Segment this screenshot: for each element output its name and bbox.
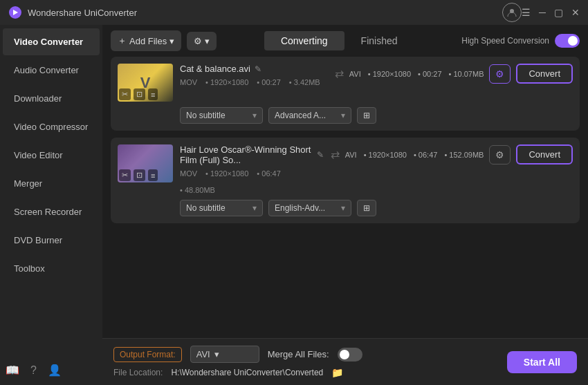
- tab-converting[interactable]: Converting: [264, 31, 344, 50]
- file-2-out-duration: 06:47: [414, 151, 437, 159]
- tab-finished[interactable]: Finished: [344, 31, 414, 50]
- file-2-advanced-label: English-Adv...: [275, 203, 325, 213]
- content-area: ＋ Add Files ▾ ⚙ ▾ Converting Finished Hi…: [102, 25, 588, 385]
- file-1-advanced-select[interactable]: Advanced A... ▾: [268, 107, 351, 124]
- bottom-two-rows: Output Format: AVI ▾ Merge All Files: Fi…: [113, 346, 496, 378]
- sidebar-item-video-converter[interactable]: Video Converter: [3, 28, 100, 55]
- sidebar-item-dvd-burner[interactable]: DVD Burner: [3, 227, 100, 254]
- file-2-output-meta: AVI 1920×1080 06:47 152.09MB: [345, 151, 484, 159]
- file-1-resolution: 1920×1080: [205, 78, 248, 86]
- thumb-2-actions: ✂ ⊡ ≡: [119, 169, 158, 181]
- file-2-subtitle-select[interactable]: No subtitle ▾: [180, 200, 263, 216]
- settings-dropdown-arrow: ▾: [205, 36, 210, 46]
- file-2-bottom: No subtitle ▾ English-Adv... ▾ ⊞: [118, 200, 573, 216]
- sidebar-bottom: 📖 ? 👤: [0, 355, 102, 385]
- file-2-name: Hair Love Oscar®-Winning Short Film (Ful…: [180, 144, 313, 165]
- file-1-subtitle-select[interactable]: No subtitle ▾: [180, 107, 263, 124]
- file-2-name-row: Hair Love Oscar®-Winning Short Film (Ful…: [180, 144, 324, 165]
- file-2-meta: MOV 1920×1080 06:47 48.80MB: [180, 169, 324, 194]
- thumb-2-cut-btn[interactable]: ✂: [119, 169, 131, 181]
- merge-toggle[interactable]: [338, 348, 362, 361]
- thumb-2-crop-btn[interactable]: ⊡: [134, 169, 145, 181]
- file-2-duration: 06:47: [257, 169, 280, 178]
- sidebar-item-downloader[interactable]: Downloader: [3, 85, 100, 112]
- file-1-name-row: Cat & balance.avi ✎: [180, 64, 328, 74]
- file-card-2: ✂ ⊡ ≡ Hair Love Oscar®-Winning Short Fil…: [111, 138, 580, 223]
- file-1-out-format: AVI: [349, 70, 361, 78]
- file-2-gear-button[interactable]: ⚙: [489, 145, 511, 165]
- settings-button[interactable]: ⚙ ▾: [187, 32, 217, 50]
- file-2-subtitle-arrow: ▾: [252, 203, 257, 213]
- file-2-resolution: 1920×1080: [205, 169, 248, 178]
- speed-toggle-switch[interactable]: [555, 34, 580, 48]
- file-1-out-duration: 00:27: [418, 70, 441, 78]
- speed-toggle-area: High Speed Conversion: [461, 34, 580, 48]
- file-1-convert-section: ⇄ AVI 1920×1080 00:27 10.07MB ⚙ Convert: [335, 64, 573, 84]
- file-1-gear-button[interactable]: ⚙: [489, 64, 511, 84]
- file-1-arrow-icon: ⇄: [335, 67, 344, 80]
- folder-icon[interactable]: 📁: [331, 367, 343, 378]
- main-layout: Video Converter Audio Converter Download…: [0, 25, 588, 385]
- sidebar-item-video-editor[interactable]: Video Editor: [3, 142, 100, 169]
- file-2-advanced-arrow: ▾: [341, 203, 345, 213]
- file-card-2-top: ✂ ⊡ ≡ Hair Love Oscar®-Winning Short Fil…: [118, 144, 573, 194]
- file-2-thumbnail: ✂ ⊡ ≡: [118, 144, 173, 182]
- file-2-subtitle-label: No subtitle: [186, 203, 226, 213]
- thumb-cut-btn[interactable]: ✂: [119, 88, 131, 100]
- bottom-row1: Output Format: AVI ▾ Merge All Files:: [113, 346, 496, 363]
- format-select[interactable]: AVI ▾: [190, 346, 259, 363]
- sidebar-item-toolbox[interactable]: Toolbox: [3, 255, 100, 282]
- close-icon[interactable]: ✕: [571, 7, 580, 18]
- tabs-area: Converting Finished: [222, 31, 456, 50]
- file-2-out-resolution: 1920×1080: [364, 151, 407, 159]
- user-icon[interactable]: 👤: [48, 364, 62, 377]
- file-2-edit-icon[interactable]: ✎: [317, 150, 324, 160]
- file-1-out-size: 10.07MB: [449, 70, 484, 78]
- file-2-arrow-icon: ⇄: [331, 148, 340, 161]
- file-2-advanced-select[interactable]: English-Adv... ▾: [268, 200, 351, 216]
- window-controls[interactable]: ☰ ─ ▢ ✕: [522, 7, 580, 18]
- title-bar: Wondershare UniConverter ☰ ─ ▢ ✕: [0, 0, 588, 25]
- question-icon[interactable]: ?: [30, 364, 37, 377]
- profile-icon[interactable]: [502, 3, 522, 22]
- sidebar-item-screen-recorder[interactable]: Screen Recorder: [3, 198, 100, 225]
- sidebar-item-audio-converter[interactable]: Audio Converter: [3, 57, 100, 84]
- format-value: AVI: [196, 349, 210, 359]
- thumb-crop-btn[interactable]: ⊡: [134, 88, 145, 100]
- file-card-1-top: V ✂ ⊡ ≡ Cat & balance.avi ✎: [118, 64, 573, 102]
- file-list: V ✂ ⊡ ≡ Cat & balance.avi ✎: [102, 57, 588, 338]
- bottom-bar: Output Format: AVI ▾ Merge All Files: Fi…: [102, 338, 588, 385]
- file-1-advanced-arrow: ▾: [341, 111, 345, 120]
- add-files-button[interactable]: ＋ Add Files ▾: [111, 30, 181, 51]
- toolbar: ＋ Add Files ▾ ⚙ ▾ Converting Finished Hi…: [102, 25, 588, 57]
- file-1-size: 3.42MB: [289, 78, 320, 86]
- file-1-name: Cat & balance.avi: [180, 64, 250, 74]
- file-1-edit-icon[interactable]: ✎: [255, 64, 261, 74]
- file-2-out-size: 152.09MB: [444, 151, 484, 159]
- file-1-meta: MOV 1920×1080 00:27 3.42MB: [180, 78, 328, 86]
- book-icon[interactable]: 📖: [6, 364, 19, 377]
- file-2-convert-button[interactable]: Convert: [516, 144, 573, 165]
- file-2-out-format: AVI: [345, 151, 357, 159]
- file-location-label: File Location:: [113, 368, 163, 377]
- file-1-convert-button[interactable]: Convert: [516, 64, 573, 84]
- output-format-label[interactable]: Output Format:: [113, 347, 182, 362]
- thumb-2-list-btn[interactable]: ≡: [148, 169, 158, 181]
- maximize-icon[interactable]: ▢: [554, 7, 563, 18]
- file-1-caption-btn[interactable]: ⊞: [357, 107, 376, 124]
- gear-icon: ⚙: [194, 36, 202, 46]
- speed-toggle-label: High Speed Conversion: [461, 36, 549, 46]
- sidebar-item-merger[interactable]: Merger: [3, 170, 100, 197]
- menu-icon[interactable]: ☰: [522, 7, 531, 18]
- file-1-out-resolution: 1920×1080: [368, 70, 411, 78]
- sidebar-item-video-compressor[interactable]: Video Compressor: [3, 113, 100, 140]
- start-all-button[interactable]: Start All: [507, 351, 577, 373]
- thumb-list-btn[interactable]: ≡: [148, 88, 158, 100]
- file-card-1: V ✂ ⊡ ≡ Cat & balance.avi ✎: [111, 57, 580, 131]
- minimize-icon[interactable]: ─: [539, 7, 546, 18]
- file-2-format: MOV: [180, 169, 197, 178]
- file-2-caption-btn[interactable]: ⊞: [357, 200, 376, 216]
- format-arrow: ▾: [214, 349, 219, 359]
- merge-label: Merge All Files:: [268, 349, 329, 359]
- add-icon: ＋: [118, 35, 127, 47]
